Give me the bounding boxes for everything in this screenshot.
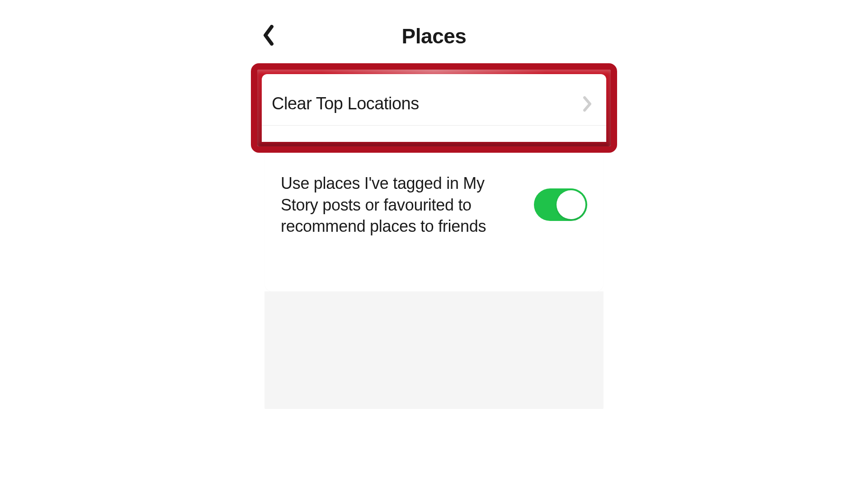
settings-card-top: Clear Top Locations <box>262 74 606 126</box>
chevron-left-icon <box>263 25 275 47</box>
clear-top-locations-row[interactable]: Clear Top Locations <box>262 82 606 126</box>
header: Places <box>251 18 617 54</box>
background-area <box>264 291 604 409</box>
recommend-places-toggle[interactable] <box>534 188 587 221</box>
chevron-right-icon <box>583 96 593 112</box>
toggle-knob <box>557 190 585 219</box>
back-button[interactable] <box>260 25 278 47</box>
row-label: Clear Top Locations <box>272 94 419 113</box>
highlight-annotation: Clear Top Locations <box>251 63 617 153</box>
settings-card-bottom: Use places I've tagged in My Story posts… <box>264 153 604 291</box>
places-settings-screen: Places Clear Top Locations Use places I'… <box>251 18 617 409</box>
page-title: Places <box>260 24 608 48</box>
toggle-label: Use places I've tagged in My Story posts… <box>281 173 516 237</box>
recommend-places-row: Use places I've tagged in My Story posts… <box>281 173 587 237</box>
